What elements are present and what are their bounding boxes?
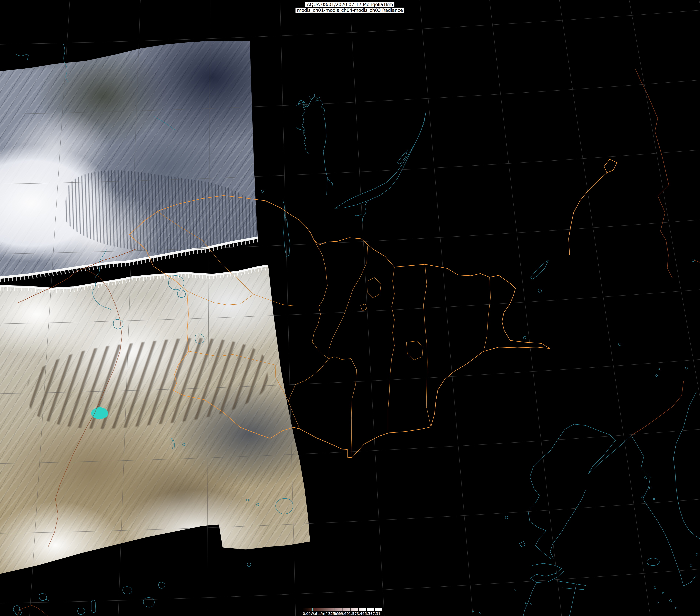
colorbar-tick-label: 737.31 — [368, 612, 380, 616]
amur-border — [636, 69, 673, 278]
colorbar — [303, 608, 382, 612]
colorbar-tick — [374, 608, 375, 612]
jeju-island — [647, 558, 659, 566]
lake-baikal — [335, 112, 426, 208]
colorbar-tick — [335, 608, 335, 612]
foreign-borders — [17, 69, 700, 616]
colorbar-tick-max — [382, 608, 382, 612]
shandong-coast — [530, 563, 564, 582]
product-title-line2: modis_ch01-modis_ch04-modis_ch03 Radianc… — [296, 8, 404, 13]
kazakh-border — [17, 249, 137, 303]
khar-us-nuur — [195, 334, 204, 343]
product-title-line1: AQUA 08/01/2020 07:17 Mongolia1km — [305, 2, 395, 8]
colorbar-value-marker — [312, 608, 313, 612]
graticule — [0, 0, 700, 616]
colorbar-tick — [359, 608, 359, 612]
turquoise-lake — [91, 407, 108, 419]
korea-west-coast — [631, 435, 697, 586]
korea-islands — [642, 367, 698, 609]
colorbar-tick — [350, 608, 351, 612]
bohai-coast — [528, 424, 631, 558]
xinjiang-border — [48, 268, 122, 547]
colorbar-tick — [366, 608, 367, 612]
yalu-border — [631, 381, 684, 435]
coastlines — [13, 44, 700, 616]
kunlun-border — [17, 605, 48, 616]
korea-east-coast — [673, 392, 700, 539]
colorbar-tick — [342, 608, 343, 612]
colorbar-tick-min — [303, 608, 303, 612]
selenga-river — [355, 201, 367, 222]
argun-border — [568, 159, 617, 255]
country-borders — [129, 159, 617, 458]
buir-nuur — [530, 260, 548, 280]
map-overlay-svg — [0, 0, 700, 616]
yellow-sea-coast — [550, 490, 586, 558]
tibet-lakes — [13, 582, 165, 615]
edge-lake — [276, 498, 293, 514]
satellite-map-canvas: AQUA 08/01/2020 07:17 Mongolia1km modis_… — [0, 0, 700, 616]
mongolia-outline — [129, 196, 550, 458]
swath-fringe — [0, 238, 268, 291]
